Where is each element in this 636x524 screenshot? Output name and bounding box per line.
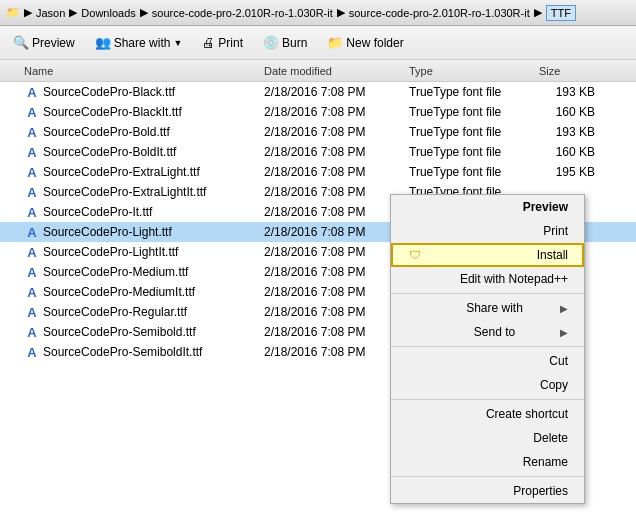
column-date[interactable]: Date modified: [264, 65, 409, 77]
file-name: SourceCodePro-BlackIt.ttf: [43, 105, 182, 119]
font-file-icon: A: [24, 164, 40, 180]
submenu-arrow: ▶: [560, 327, 568, 338]
file-list-header: Name Date modified Type Size: [0, 60, 636, 82]
burn-button[interactable]: 💿 Burn: [254, 31, 316, 54]
file-date: 2/18/2016 7:08 PM: [264, 225, 409, 239]
context-menu-item-properties[interactable]: Properties: [391, 479, 584, 503]
file-type: TrueType font file: [409, 145, 539, 159]
table-row[interactable]: A SourceCodePro-ExtraLight.ttf 2/18/2016…: [0, 162, 636, 182]
share-icon: 👥: [95, 35, 111, 50]
context-menu-separator: [391, 399, 584, 400]
context-menu-separator: [391, 476, 584, 477]
context-menu-item-create-shortcut[interactable]: Create shortcut: [391, 402, 584, 426]
file-date: 2/18/2016 7:08 PM: [264, 105, 409, 119]
file-date: 2/18/2016 7:08 PM: [264, 285, 409, 299]
file-size: 193 KB: [539, 125, 599, 139]
file-date: 2/18/2016 7:08 PM: [264, 245, 409, 259]
context-menu-item-edit-with-notepad++[interactable]: Edit with Notepad++: [391, 267, 584, 291]
toolbar: 🔍 Preview 👥 Share with ▼ 🖨 Print 💿 Burn …: [0, 26, 636, 60]
context-menu-label: Share with: [466, 301, 523, 315]
font-file-icon: A: [24, 104, 40, 120]
file-name: SourceCodePro-ExtraLightIt.ttf: [43, 185, 206, 199]
file-date: 2/18/2016 7:08 PM: [264, 165, 409, 179]
new-folder-icon: 📁: [327, 35, 343, 50]
empty-icon: [407, 483, 423, 499]
font-file-icon: A: [24, 224, 40, 240]
context-menu-label: Edit with Notepad++: [460, 272, 568, 286]
empty-icon: [407, 300, 423, 316]
empty-icon: [407, 199, 423, 215]
install-icon: 🛡: [407, 247, 423, 263]
font-file-icon: A: [24, 124, 40, 140]
font-file-icon: A: [24, 324, 40, 340]
context-menu-label: Rename: [523, 455, 568, 469]
context-menu-separator: [391, 346, 584, 347]
empty-icon: [407, 324, 423, 340]
context-menu-label: Install: [537, 248, 568, 262]
context-menu-item-cut[interactable]: Cut: [391, 349, 584, 373]
preview-icon: 🔍: [13, 35, 29, 50]
font-file-icon: A: [24, 184, 40, 200]
font-file-icon: A: [24, 344, 40, 360]
file-type: TrueType font file: [409, 125, 539, 139]
title-bar: 📁 ▶ Jason ▶ Downloads ▶ source-code-pro-…: [0, 0, 636, 26]
context-menu-label: Copy: [540, 378, 568, 392]
context-menu-item-share-with[interactable]: Share with▶: [391, 296, 584, 320]
file-name: SourceCodePro-BoldIt.ttf: [43, 145, 176, 159]
new-folder-button[interactable]: 📁 New folder: [318, 31, 412, 54]
empty-icon: [407, 430, 423, 446]
context-menu: PreviewPrint🛡InstallEdit with Notepad++S…: [390, 194, 585, 504]
file-type: TrueType font file: [409, 165, 539, 179]
context-menu-label: Create shortcut: [486, 407, 568, 421]
context-menu-separator: [391, 293, 584, 294]
file-name: SourceCodePro-Regular.ttf: [43, 305, 187, 319]
context-menu-item-rename[interactable]: Rename: [391, 450, 584, 474]
file-size: 160 KB: [539, 145, 599, 159]
file-date: 2/18/2016 7:08 PM: [264, 265, 409, 279]
file-date: 2/18/2016 7:08 PM: [264, 185, 409, 199]
font-file-icon: A: [24, 204, 40, 220]
preview-button[interactable]: 🔍 Preview: [4, 31, 84, 54]
font-file-icon: A: [24, 304, 40, 320]
column-size[interactable]: Size: [539, 65, 599, 77]
breadcrumb[interactable]: 📁 ▶ Jason ▶ Downloads ▶ source-code-pro-…: [6, 5, 576, 21]
context-menu-label: Properties: [513, 484, 568, 498]
print-button[interactable]: 🖨 Print: [193, 31, 252, 54]
font-file-icon: A: [24, 244, 40, 260]
empty-icon: [407, 353, 423, 369]
file-size: 160 KB: [539, 105, 599, 119]
file-date: 2/18/2016 7:08 PM: [264, 205, 409, 219]
file-name: SourceCodePro-Black.ttf: [43, 85, 175, 99]
context-menu-label: Preview: [523, 200, 568, 214]
file-name: SourceCodePro-Bold.ttf: [43, 125, 170, 139]
empty-icon: [407, 271, 423, 287]
file-name: SourceCodePro-It.ttf: [43, 205, 152, 219]
empty-icon: [407, 377, 423, 393]
context-menu-item-delete[interactable]: Delete: [391, 426, 584, 450]
context-menu-item-print[interactable]: Print: [391, 219, 584, 243]
context-menu-label: Print: [543, 224, 568, 238]
column-type[interactable]: Type: [409, 65, 539, 77]
context-menu-item-copy[interactable]: Copy: [391, 373, 584, 397]
context-menu-item-preview[interactable]: Preview: [391, 195, 584, 219]
file-name: SourceCodePro-MediumIt.ttf: [43, 285, 195, 299]
burn-icon: 💿: [263, 35, 279, 50]
file-date: 2/18/2016 7:08 PM: [264, 345, 409, 359]
context-menu-label: Cut: [549, 354, 568, 368]
table-row[interactable]: A SourceCodePro-BlackIt.ttf 2/18/2016 7:…: [0, 102, 636, 122]
submenu-arrow: ▶: [560, 303, 568, 314]
breadcrumb-active[interactable]: TTF: [546, 5, 576, 21]
empty-icon: [407, 406, 423, 422]
table-row[interactable]: A SourceCodePro-BoldIt.ttf 2/18/2016 7:0…: [0, 142, 636, 162]
share-with-button[interactable]: 👥 Share with ▼: [86, 31, 192, 54]
context-menu-item-install[interactable]: 🛡Install: [391, 243, 584, 267]
table-row[interactable]: A SourceCodePro-Black.ttf 2/18/2016 7:08…: [0, 82, 636, 102]
file-type: TrueType font file: [409, 85, 539, 99]
empty-icon: [407, 223, 423, 239]
empty-icon: [407, 454, 423, 470]
context-menu-item-send-to[interactable]: Send to▶: [391, 320, 584, 344]
font-file-icon: A: [24, 264, 40, 280]
column-name[interactable]: Name: [4, 65, 264, 77]
table-row[interactable]: A SourceCodePro-Bold.ttf 2/18/2016 7:08 …: [0, 122, 636, 142]
file-date: 2/18/2016 7:08 PM: [264, 305, 409, 319]
